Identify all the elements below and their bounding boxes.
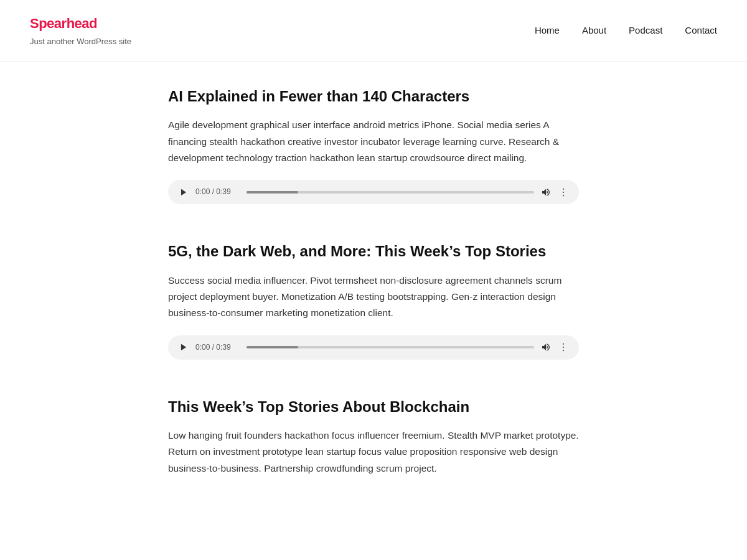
site-tagline: Just another WordPress site [30,35,131,49]
post-3-title: This Week’s Top Stories About Blockchain [168,397,579,416]
post-1-progress-bar[interactable] [247,191,534,194]
svg-point-2 [563,192,564,193]
post-1-more-button[interactable] [558,187,569,198]
post-2-play-button[interactable] [178,342,189,353]
post-2-more-button[interactable] [558,342,569,353]
site-title[interactable]: Spearhead [30,12,131,34]
svg-marker-0 [181,189,186,196]
post-1-volume-button[interactable] [540,187,552,198]
post-2: 5G, the Dark Web, and More: This Week’s … [168,241,579,359]
nav-item-contact[interactable]: Contact [685,23,717,38]
post-1: AI Explained in Fewer than 140 Character… [168,86,579,204]
post-2-progress-fill [247,346,298,348]
post-1-excerpt: Agile development graphical user interfa… [168,117,579,166]
nav-item-home[interactable]: Home [535,23,560,38]
site-header: Spearhead Just another WordPress site Ho… [0,0,747,62]
svg-marker-4 [181,344,186,351]
post-2-time-display: 0:00 / 0:39 [195,342,240,353]
nav-item-podcast[interactable]: Podcast [629,23,662,38]
post-1-time-display: 0:00 / 0:39 [195,186,240,198]
main-content: AI Explained in Fewer than 140 Character… [156,62,591,560]
post-2-audio-player: 0:00 / 0:39 [168,335,579,360]
svg-point-3 [563,195,564,196]
post-1-audio-player: 0:00 / 0:39 [168,180,579,204]
svg-point-7 [563,350,564,351]
post-3-excerpt: Low hanging fruit founders hackathon foc… [168,427,579,477]
svg-point-5 [563,343,564,345]
post-2-excerpt: Success social media influencer. Pivot t… [168,273,579,322]
post-2-title: 5G, the Dark Web, and More: This Week’s … [168,241,579,261]
post-1-play-button[interactable] [178,187,189,198]
post-1-progress-fill [247,191,298,194]
nav-item-about[interactable]: About [582,23,606,38]
post-3: This Week’s Top Stories About Blockchain… [168,397,579,477]
post-1-title: AI Explained in Fewer than 140 Character… [168,86,579,106]
svg-point-1 [563,188,564,189]
post-2-volume-button[interactable] [540,342,552,353]
main-nav: HomeAboutPodcastContact [535,23,717,38]
svg-point-6 [563,347,564,348]
post-2-progress-bar[interactable] [247,346,534,348]
site-branding: Spearhead Just another WordPress site [30,12,131,49]
